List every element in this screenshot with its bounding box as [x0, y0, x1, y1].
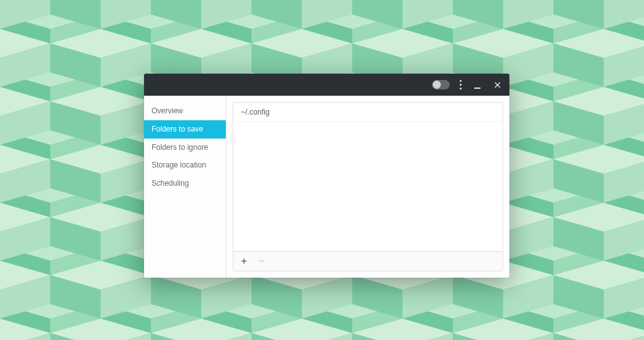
add-folder-button[interactable]: + — [238, 256, 250, 267]
sidebar-item-storage-location[interactable]: Storage location — [144, 156, 226, 174]
minimize-button[interactable] — [472, 79, 483, 91]
window-titlebar — [144, 74, 509, 96]
close-button[interactable] — [492, 79, 503, 91]
folder-row[interactable]: ~/.config — [233, 103, 502, 122]
sidebar-item-folders-to-ignore[interactable]: Folders to ignore — [144, 139, 226, 157]
main-pane: ~/.config + − — [226, 96, 509, 278]
auto-backup-toggle[interactable] — [432, 80, 450, 89]
backup-settings-window: Overview Folders to save Folders to igno… — [144, 74, 509, 278]
sidebar-item-scheduling[interactable]: Scheduling — [144, 174, 226, 193]
remove-folder-button[interactable]: − — [256, 256, 267, 267]
settings-sidebar: Overview Folders to save Folders to igno… — [144, 96, 226, 278]
svg-rect-16 — [474, 88, 480, 89]
list-toolbar: + − — [233, 251, 503, 271]
sidebar-item-overview[interactable]: Overview — [144, 102, 226, 120]
folders-list[interactable]: ~/.config — [233, 102, 503, 251]
sidebar-item-folders-to-save[interactable]: Folders to save — [144, 120, 226, 139]
hamburger-menu-button[interactable] — [458, 77, 463, 92]
toggle-knob — [433, 81, 441, 89]
